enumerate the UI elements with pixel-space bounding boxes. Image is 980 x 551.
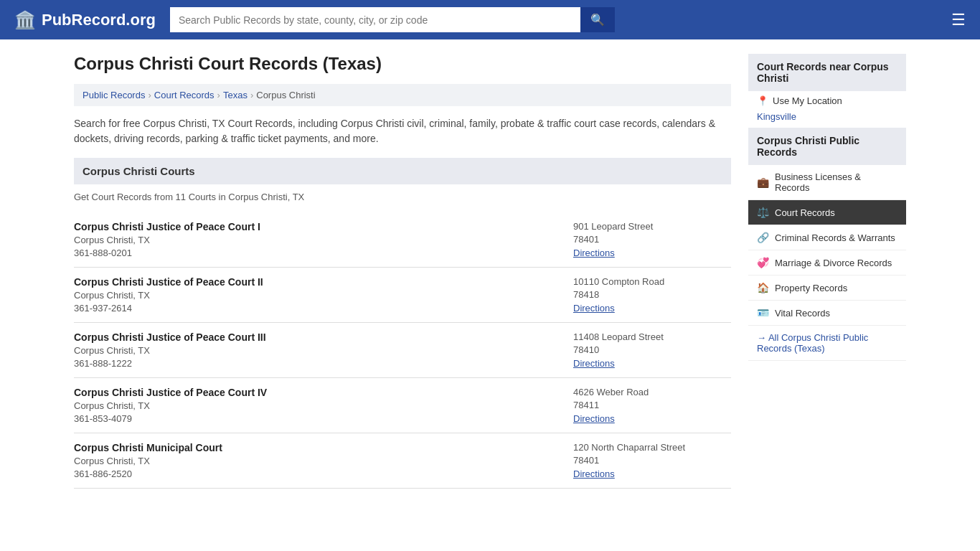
logo-icon: 🏛️ <box>14 10 36 30</box>
court-city: Corpus Christi, TX <box>74 456 559 466</box>
court-name: Corpus Christi Justice of Peace Court I <box>74 221 559 232</box>
breadcrumb-sep-2: › <box>217 90 220 100</box>
table-row: Corpus Christi Justice of Peace Court II… <box>74 323 731 378</box>
court-info-left: Corpus Christi Municipal Court Corpus Ch… <box>74 442 559 479</box>
all-records-link[interactable]: → All Corpus Christi Public Records (Tex… <box>748 326 906 361</box>
search-bar: 🔍 <box>170 7 615 32</box>
court-city: Corpus Christi, TX <box>74 345 559 356</box>
court-name: Corpus Christi Justice of Peace Court II… <box>74 331 559 343</box>
location-icon: 📍 <box>757 95 768 106</box>
breadcrumb-sep-3: › <box>250 90 253 100</box>
court-zip: 78401 <box>573 234 731 245</box>
court-info-left: Corpus Christi Justice of Peace Court IV… <box>74 387 559 424</box>
court-address: 4626 Weber Road <box>573 387 731 397</box>
header: 🏛️ PubRecord.org 🔍 ☰ <box>0 0 980 39</box>
breadcrumb-texas[interactable]: Texas <box>223 90 248 100</box>
logo-text: PubRecord.org <box>42 11 156 29</box>
nearby-city[interactable]: Kingsville <box>748 108 805 125</box>
sidebar-item-label: Property Records <box>775 283 847 293</box>
table-row: Corpus Christi Municipal Court Corpus Ch… <box>74 433 731 489</box>
sidebar-item[interactable]: 💞 Marriage & Divorce Records <box>748 250 906 276</box>
directions-link[interactable]: Directions <box>573 248 615 258</box>
courts-section-header: Corpus Christi Courts <box>74 158 731 184</box>
directions-link[interactable]: Directions <box>573 358 615 369</box>
sidebar-item[interactable]: 🪪 Vital Records <box>748 301 906 326</box>
court-name: Corpus Christi Municipal Court <box>74 442 559 453</box>
content: Corpus Christi Court Records (Texas) Pub… <box>74 54 731 489</box>
sidebar-item-icon: 🪪 <box>757 307 769 319</box>
court-address: 901 Leopard Street <box>573 221 731 232</box>
sidebar-item-icon: 💞 <box>757 257 769 268</box>
court-phone: 361-886-2520 <box>74 468 559 479</box>
sidebar: Court Records near Corpus Christi 📍 Use … <box>748 54 906 489</box>
nearby-section: Court Records near Corpus Christi 📍 Use … <box>748 54 906 122</box>
all-records-label: → All Corpus Christi Public Records (Tex… <box>757 332 897 354</box>
sidebar-item[interactable]: ⚖️ Court Records <box>748 200 906 225</box>
breadcrumb: Public Records › Court Records › Texas ›… <box>74 84 731 106</box>
breadcrumb-sep-1: › <box>148 90 151 100</box>
breadcrumb-corpus-christi: Corpus Christi <box>256 90 315 100</box>
court-phone: 361-853-4079 <box>74 413 559 424</box>
sidebar-item-icon: 🔗 <box>757 232 769 243</box>
court-zip: 78410 <box>573 344 731 355</box>
logo[interactable]: 🏛️ PubRecord.org <box>14 10 156 30</box>
use-my-location[interactable]: 📍 Use My Location <box>748 91 906 110</box>
sidebar-item[interactable]: 🔗 Criminal Records & Warrants <box>748 225 906 250</box>
table-row: Corpus Christi Justice of Peace Court I … <box>74 212 731 268</box>
court-zip: 78401 <box>573 455 731 466</box>
court-city: Corpus Christi, TX <box>74 400 559 411</box>
sidebar-item-label: Criminal Records & Warrants <box>775 232 895 243</box>
court-info-left: Corpus Christi Justice of Peace Court II… <box>74 331 559 369</box>
nearby-header: Court Records near Corpus Christi <box>748 54 906 91</box>
sidebar-item-icon: ⚖️ <box>757 207 769 218</box>
sidebar-item-label: Marriage & Divorce Records <box>775 258 892 268</box>
court-address: 10110 Compton Road <box>573 276 731 287</box>
public-records-list: 💼 Business Licenses & Records ⚖️ Court R… <box>748 165 906 326</box>
breadcrumb-court-records[interactable]: Court Records <box>154 90 215 100</box>
sidebar-item-icon: 💼 <box>757 176 769 188</box>
sidebar-item-label: Vital Records <box>775 308 830 319</box>
court-address: 120 North Chaparral Street <box>573 442 731 453</box>
court-city: Corpus Christi, TX <box>74 290 559 301</box>
court-zip: 78418 <box>573 289 731 300</box>
court-address: 11408 Leopard Street <box>573 331 731 342</box>
court-info-right: 11408 Leopard Street 78410 Directions <box>573 331 731 369</box>
sidebar-item-icon: 🏠 <box>757 282 769 293</box>
court-info-right: 4626 Weber Road 78411 Directions <box>573 387 731 424</box>
court-name: Corpus Christi Justice of Peace Court IV <box>74 387 559 398</box>
court-name: Corpus Christi Justice of Peace Court II <box>74 276 559 288</box>
public-records-header: Corpus Christi Public Records <box>748 128 906 165</box>
court-info-right: 10110 Compton Road 78418 Directions <box>573 276 731 314</box>
page-title: Corpus Christi Court Records (Texas) <box>74 54 731 74</box>
search-icon: 🔍 <box>590 14 605 26</box>
menu-icon: ☰ <box>951 11 966 29</box>
search-button[interactable]: 🔍 <box>580 7 615 32</box>
public-records-section: Corpus Christi Public Records 💼 Business… <box>748 128 906 361</box>
court-phone: 361-888-0201 <box>74 248 559 258</box>
court-phone: 361-888-1222 <box>74 358 559 369</box>
description: Search for free Corpus Christi, TX Court… <box>74 116 731 146</box>
nearby-cities-list: Kingsville <box>748 110 906 122</box>
courts-count: Get Court Records from 11 Courts in Corp… <box>74 192 731 202</box>
court-info-right: 120 North Chaparral Street 78401 Directi… <box>573 442 731 479</box>
sidebar-item[interactable]: 🏠 Property Records <box>748 276 906 301</box>
sidebar-item-label: Business Licenses & Records <box>775 171 897 193</box>
breadcrumb-public-records[interactable]: Public Records <box>83 90 145 100</box>
sidebar-item-label: Court Records <box>775 207 835 218</box>
court-info-right: 901 Leopard Street 78401 Directions <box>573 221 731 258</box>
directions-link[interactable]: Directions <box>573 468 615 479</box>
directions-link[interactable]: Directions <box>573 413 615 424</box>
table-row: Corpus Christi Justice of Peace Court II… <box>74 268 731 323</box>
main-container: Corpus Christi Court Records (Texas) Pub… <box>60 39 920 503</box>
courts-list: Corpus Christi Justice of Peace Court I … <box>74 212 731 489</box>
court-zip: 78411 <box>573 400 731 410</box>
search-input[interactable] <box>170 7 580 32</box>
menu-button[interactable]: ☰ <box>951 11 966 29</box>
court-phone: 361-937-2614 <box>74 303 559 314</box>
directions-link[interactable]: Directions <box>573 303 615 314</box>
sidebar-item[interactable]: 💼 Business Licenses & Records <box>748 165 906 200</box>
court-info-left: Corpus Christi Justice of Peace Court II… <box>74 276 559 314</box>
use-location-label: Use My Location <box>773 95 842 106</box>
table-row: Corpus Christi Justice of Peace Court IV… <box>74 378 731 433</box>
court-city: Corpus Christi, TX <box>74 235 559 245</box>
